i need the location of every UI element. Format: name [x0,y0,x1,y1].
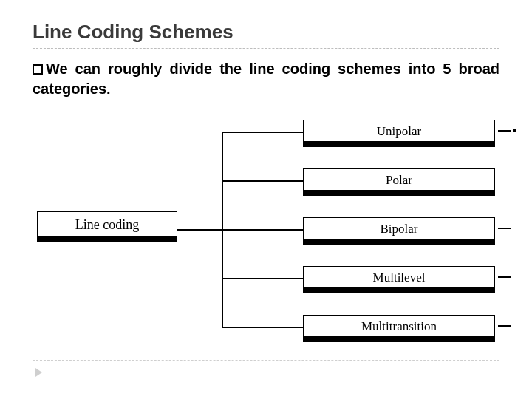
diagram-root-label: Line coding [37,211,177,236]
tick-icon [498,130,511,132]
category-label: Unipolar [303,120,495,142]
category-label: Bipolar [303,217,495,239]
slide: Line Coding Schemes We can roughly divid… [0,0,532,399]
connector-line [177,229,222,231]
category-box: Multitransition [303,315,495,346]
footer-divider [33,360,499,361]
connector-line [223,180,303,182]
tick-icon [498,276,511,278]
box-shadow [303,142,495,147]
box-shadow [303,288,495,293]
body-lead: We [46,61,68,77]
category-box: Bipolar [303,217,495,248]
box-shadow [303,191,495,196]
category-label: Multilevel [303,266,495,288]
tick-icon [498,228,511,229]
title-divider [33,48,499,49]
diagram: Line coding Unipolar Polar Bipolar Multi… [37,117,495,353]
bullet-icon [33,64,43,75]
slide-title: Line Coding Schemes [33,21,499,44]
box-shadow [303,239,495,245]
category-label: Polar [303,168,495,191]
box-shadow [37,236,177,242]
box-shadow [303,337,495,342]
diagram-root: Line coding [37,211,177,247]
connector-line [223,132,303,133]
connector-line [223,327,303,328]
category-box: Multilevel [303,266,495,297]
connector-line [223,278,303,279]
category-box: Polar [303,168,495,200]
category-label: Multitransition [303,315,495,337]
caret-right-icon [35,368,42,377]
category-box: Unipolar [303,120,495,151]
connector-line [223,229,303,231]
body-text: We can roughly divide the line coding sc… [33,59,499,99]
body-rest: can roughly divide the line coding schem… [33,61,499,97]
tick-icon [498,325,511,327]
